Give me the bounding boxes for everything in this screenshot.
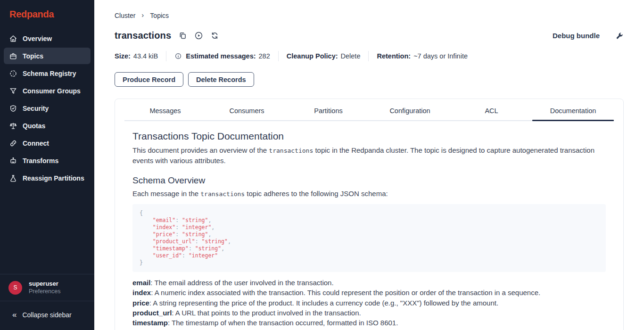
tab-acl[interactable]: ACL xyxy=(451,99,532,120)
sidebar-item-reassign-partitions[interactable]: Reassign Partitions xyxy=(4,170,91,186)
app-window: Redpanda Overview Topics Schema Registry… xyxy=(0,0,644,330)
stat-label: Estimated messages: xyxy=(186,52,256,60)
main-content: Cluster › Topics transactions xyxy=(94,0,644,330)
stat-separator xyxy=(278,51,279,61)
stat-separator xyxy=(166,51,166,61)
breadcrumb: Cluster › Topics xyxy=(115,11,624,19)
play-circle-icon[interactable] xyxy=(194,31,203,40)
tab-label: ACL xyxy=(485,107,498,115)
sidebar-item-overview[interactable]: Overview xyxy=(4,30,91,47)
field-desc-email: email: The email address of the user inv… xyxy=(132,278,606,288)
sidebar-item-schema-registry[interactable]: Schema Registry xyxy=(4,65,91,82)
active-tab-underline xyxy=(532,120,614,121)
code-line: "index": "integer", xyxy=(140,224,599,231)
stat-retention: Retention: ~7 days or Infinite xyxy=(377,52,468,60)
copy-icon[interactable] xyxy=(178,31,187,40)
field-desc-price: price: A string representing the price o… xyxy=(132,298,606,308)
tab-partitions[interactable]: Partitions xyxy=(288,99,369,120)
doc-intro: This document provides an overview of th… xyxy=(132,145,606,165)
field-descriptions: email: The email address of the user inv… xyxy=(132,278,606,330)
sidebar-item-quotas[interactable]: Quotas xyxy=(4,117,91,134)
field-desc-product-url: product_url: A URL that points to the pr… xyxy=(132,308,606,318)
sidebar-item-connect[interactable]: Connect xyxy=(4,135,91,151)
code-line: "product_url": "string", xyxy=(140,238,599,245)
doc-title: Transactions Topic Documentation xyxy=(132,131,606,142)
shield-icon xyxy=(9,104,17,113)
stat-value: 43.4 kiB xyxy=(133,52,158,60)
sidebar-item-security[interactable]: Security xyxy=(4,100,91,116)
json-schema-codeblock: { "email": "string", "index": "integer",… xyxy=(132,204,606,272)
sidebar-nav: Overview Topics Schema Registry Consumer… xyxy=(0,30,94,274)
sidebar-item-label: Reassign Partitions xyxy=(23,174,84,182)
tab-configuration[interactable]: Configuration xyxy=(369,99,451,120)
page-title: transactions xyxy=(115,30,171,41)
stat-separator xyxy=(368,51,369,61)
wrench-icon[interactable] xyxy=(615,32,624,40)
schema-icon xyxy=(9,69,17,78)
collapse-chevrons-icon: « xyxy=(12,311,17,319)
inline-code: transactions xyxy=(269,147,313,154)
inline-code: transactions xyxy=(200,190,245,198)
sidebar: Redpanda Overview Topics Schema Registry… xyxy=(0,0,94,330)
user-name: superuser xyxy=(29,280,60,288)
code-line: { xyxy=(140,210,599,217)
tab-label: Configuration xyxy=(389,107,430,115)
funnel-icon xyxy=(9,87,17,95)
stat-value: ~7 days or Infinite xyxy=(413,52,468,60)
stat-size: Size: 43.4 kiB xyxy=(115,52,158,60)
logo-container: Redpanda xyxy=(0,0,94,30)
topic-card: MessagesConsumersPartitionsConfiguration… xyxy=(115,99,624,330)
user-profile[interactable]: S superuser Preferences xyxy=(0,274,94,301)
field-desc-user-id: user_id: A numeric identifier for the us… xyxy=(132,328,606,330)
code-line: "email": "string", xyxy=(140,217,599,224)
action-buttons: Produce RecordDelete Records xyxy=(115,72,624,87)
tab-label: Messages xyxy=(149,107,181,115)
schema-heading: Schema Overview xyxy=(132,175,606,186)
debug-bundle-button[interactable]: Debug bundle xyxy=(553,32,600,40)
stat-estimated-messages: Estimated messages: 282 xyxy=(174,52,270,60)
collapse-sidebar-button[interactable]: « Collapse sidebar xyxy=(0,301,94,330)
tab-label: Consumers xyxy=(229,107,264,115)
produce-record-button[interactable]: Produce Record xyxy=(115,72,183,87)
code-line: "price": "string", xyxy=(140,231,599,238)
avatar: S xyxy=(8,281,22,295)
tab-label: Partitions xyxy=(314,107,342,115)
user-preferences-link[interactable]: Preferences xyxy=(29,288,60,296)
documentation-panel: Transactions Topic Documentation This do… xyxy=(115,121,623,330)
title-actions xyxy=(178,31,219,40)
robot-icon xyxy=(9,157,17,165)
breadcrumb-cluster[interactable]: Cluster xyxy=(115,12,135,19)
link-icon xyxy=(9,139,17,148)
redpanda-logo: Redpanda xyxy=(9,9,54,19)
sidebar-item-label: Quotas xyxy=(23,122,45,130)
stat-label: Retention: xyxy=(377,52,411,60)
header-right: Debug bundle xyxy=(553,32,624,40)
sidebar-item-label: Consumer Groups xyxy=(23,87,81,95)
info-icon xyxy=(174,52,182,60)
sidebar-item-label: Overview xyxy=(23,35,52,42)
tab-documentation[interactable]: Documentation xyxy=(532,99,614,120)
field-desc-timestamp: timestamp: The timestamp of when the tra… xyxy=(132,318,606,328)
sidebar-item-consumer-groups[interactable]: Consumer Groups xyxy=(4,82,91,99)
tab-messages[interactable]: Messages xyxy=(124,99,206,120)
tab-consumers[interactable]: Consumers xyxy=(206,99,288,120)
sidebar-item-transforms[interactable]: Transforms xyxy=(4,152,91,169)
code-line: "timestamp": "string", xyxy=(140,245,599,252)
topics-icon xyxy=(9,52,17,60)
topic-stats: Size: 43.4 kiBEstimated messages: 282Cle… xyxy=(115,51,624,61)
stat-value: 282 xyxy=(259,52,270,60)
refresh-icon[interactable] xyxy=(210,31,219,40)
sidebar-item-label: Schema Registry xyxy=(23,70,76,77)
code-line: } xyxy=(140,259,599,266)
stat-label: Cleanup Policy: xyxy=(287,52,338,60)
delete-records-button[interactable]: Delete Records xyxy=(188,72,254,87)
sidebar-item-topics[interactable]: Topics xyxy=(4,48,91,64)
schema-intro: Each message in the transactions topic a… xyxy=(132,189,606,199)
code-line: "user_id": "integer" xyxy=(140,252,599,259)
collapse-sidebar-label: Collapse sidebar xyxy=(22,311,71,319)
sidebar-item-label: Security xyxy=(23,105,49,112)
sidebar-item-label: Transforms xyxy=(23,157,58,165)
breadcrumb-topics[interactable]: Topics xyxy=(150,12,169,19)
stat-label: Size: xyxy=(115,52,131,60)
title-row: transactions xyxy=(115,30,624,41)
